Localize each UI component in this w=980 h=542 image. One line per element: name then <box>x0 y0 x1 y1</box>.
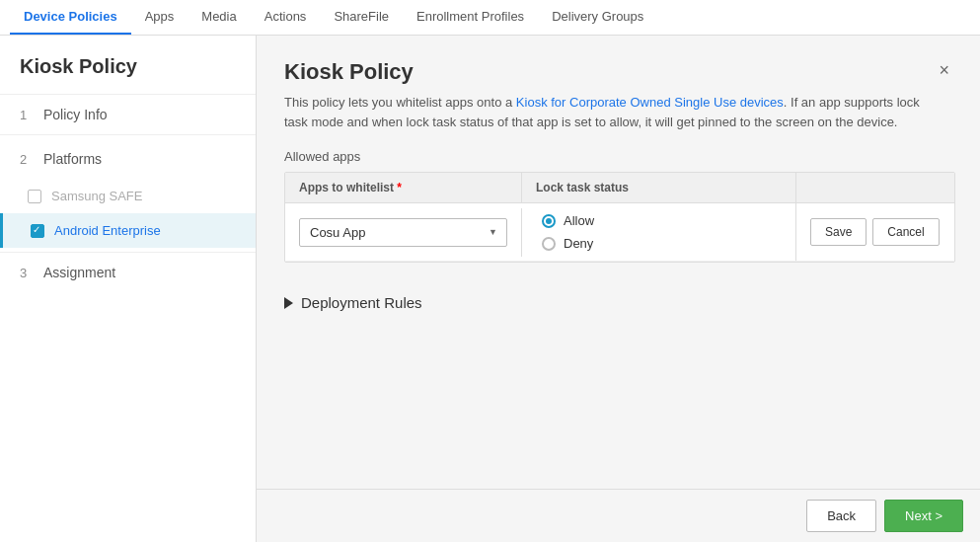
samsung-safe-checkbox[interactable] <box>28 190 41 203</box>
android-enterprise-checkbox[interactable] <box>31 224 44 238</box>
col-app-label: Apps to whitelist <box>299 181 394 194</box>
sidebar-step-label-assignment: Assignment <box>43 265 115 280</box>
col-header-app: Apps to whitelist * <box>285 173 522 202</box>
deployment-rules-label: Deployment Rules <box>301 294 422 311</box>
allow-option[interactable]: Allow <box>542 213 776 228</box>
main-content-wrapper: Kiosk Policy × This policy lets you whit… <box>257 36 980 542</box>
description-text: This policy lets you whitelist apps onto… <box>284 93 936 131</box>
sidebar-step-assignment[interactable]: 3 Assignment <box>0 252 256 292</box>
sidebar-title: Kiosk Policy <box>0 36 256 95</box>
sidebar-step-label-policy-info: Policy Info <box>43 107 108 122</box>
sidebar-step-label-platforms: Platforms <box>43 151 102 167</box>
sidebar-platforms-section: 2 Platforms Samsung SAFE Android Enterpr… <box>0 134 256 248</box>
content-title: Kiosk Policy <box>284 59 414 85</box>
main-layout: Kiosk Policy 1 Policy Info 2 Platforms S… <box>0 36 980 542</box>
sidebar: Kiosk Policy 1 Policy Info 2 Platforms S… <box>0 36 257 542</box>
tab-enrollment-profiles[interactable]: Enrollment Profiles <box>403 0 538 35</box>
lock-status-cell: Allow Deny <box>522 203 796 261</box>
close-button[interactable]: × <box>933 59 955 81</box>
table-row: Cosu App Allow Deny <box>285 203 954 262</box>
top-navigation: Device Policies Apps Media Actions Share… <box>0 0 980 36</box>
deny-option[interactable]: Deny <box>542 236 776 251</box>
col-header-actions <box>796 173 954 202</box>
cancel-button[interactable]: Cancel <box>872 218 939 246</box>
sidebar-item-samsung-safe[interactable]: Samsung SAFE <box>0 179 256 213</box>
save-button[interactable]: Save <box>810 218 867 246</box>
tab-actions[interactable]: Actions <box>251 0 321 35</box>
app-dropdown-cell: Cosu App <box>285 208 522 257</box>
deny-radio[interactable] <box>542 237 556 251</box>
step-number-1: 1 <box>20 108 34 122</box>
tab-device-policies[interactable]: Device Policies <box>10 0 131 35</box>
allowed-apps-label: Allowed apps <box>284 149 955 164</box>
content-header: Kiosk Policy × <box>284 59 955 85</box>
sidebar-step-policy-info[interactable]: 1 Policy Info <box>0 95 256 134</box>
deny-label: Deny <box>564 236 593 251</box>
allow-label: Allow <box>564 213 594 228</box>
kiosk-link[interactable]: Kiosk for Corporate Owned Single Use dev… <box>516 95 784 110</box>
deployment-rules-section[interactable]: Deployment Rules <box>284 286 955 319</box>
tab-apps[interactable]: Apps <box>131 0 188 35</box>
app-dropdown[interactable]: Cosu App <box>299 218 507 247</box>
col-header-lock: Lock task status <box>522 173 796 202</box>
tab-sharefile[interactable]: ShareFile <box>320 0 403 35</box>
sidebar-step-platforms[interactable]: 2 Platforms <box>0 139 256 179</box>
footer: Back Next > <box>257 489 980 542</box>
triangle-icon <box>284 297 293 309</box>
step-number-2: 2 <box>20 152 34 167</box>
android-enterprise-label: Android Enterprise <box>54 223 161 238</box>
required-indicator: * <box>397 181 402 194</box>
step-number-3: 3 <box>20 266 34 280</box>
allowed-apps-table: Apps to whitelist * Lock task status Cos… <box>284 172 955 263</box>
next-button[interactable]: Next > <box>884 500 963 532</box>
table-actions-cell: Save Cancel <box>796 208 954 256</box>
tab-media[interactable]: Media <box>188 0 250 35</box>
table-header: Apps to whitelist * Lock task status <box>285 173 954 203</box>
app-dropdown-wrapper: Cosu App <box>299 218 507 247</box>
back-button[interactable]: Back <box>806 500 876 532</box>
scrollable-content: Kiosk Policy × This policy lets you whit… <box>257 36 980 491</box>
samsung-safe-label: Samsung SAFE <box>51 189 143 203</box>
sidebar-item-android-enterprise[interactable]: Android Enterprise <box>0 213 256 248</box>
tab-delivery-groups[interactable]: Delivery Groups <box>538 0 657 35</box>
allow-radio[interactable] <box>542 214 556 228</box>
